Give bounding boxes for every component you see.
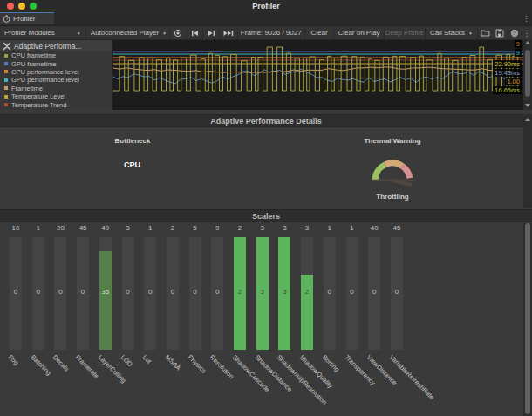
scalers-scrollbar-thumb[interactable]	[525, 223, 530, 414]
record-icon	[174, 29, 182, 38]
target-selector-label: Autoconnected Player	[91, 29, 159, 37]
scaler-name: LOD	[119, 353, 133, 368]
scaler-max-level: 45	[391, 224, 403, 232]
scaler-current-level: 0	[391, 288, 403, 296]
legend-item[interactable]: Temperature Trend	[0, 100, 112, 108]
details-header: Adaptive Performance Details	[0, 114, 532, 127]
scaler-max-level: 1	[324, 224, 336, 232]
previous-frame-button[interactable]	[188, 26, 204, 39]
legend-item[interactable]: Temperature Level	[0, 92, 112, 100]
scaler-current-level: 0	[211, 288, 223, 296]
scroll-up-icon[interactable]	[524, 116, 531, 123]
load-profile-button[interactable]	[478, 26, 493, 39]
graph-value-label: 9	[515, 49, 522, 57]
scaler-current-level: 0	[54, 288, 66, 296]
legend-color-swatch	[4, 70, 8, 73]
legend-list: CPU frametime GPU frametime CPU performa…	[0, 51, 112, 109]
scroll-down-icon[interactable]	[524, 102, 531, 109]
scaler-current-level: 35	[99, 288, 112, 296]
target-selector-dropdown[interactable]: Autoconnected Player ▼	[86, 26, 170, 39]
module-graph	[113, 40, 523, 110]
scalers-header: Scalers	[0, 209, 532, 222]
save-icon	[495, 29, 504, 38]
call-stacks-label: Call Stacks	[430, 29, 465, 37]
scaler-max-level: 2	[234, 224, 246, 232]
scaler-name: Decals	[51, 353, 72, 373]
module-title: Adaptive Performa...	[14, 42, 81, 51]
legend-item[interactable]: CPU frametime	[0, 51, 112, 59]
legend-color-swatch	[4, 62, 8, 65]
scaler-max-level: 45	[77, 224, 89, 232]
scaler-current-level: 0	[32, 288, 44, 296]
legend-label: Temperature Trend	[11, 101, 66, 109]
record-button[interactable]	[170, 26, 188, 39]
scaler-current-level: 0	[346, 288, 358, 296]
legend-color-swatch	[4, 54, 8, 58]
help-button[interactable]: ?	[507, 26, 522, 39]
bottleneck-label: Bottleneck	[93, 137, 172, 145]
scaler-current-level: 0	[144, 288, 156, 296]
titlebar: Profiler	[0, 0, 532, 12]
skip-to-last-icon	[223, 30, 234, 37]
scaler-max-level: 20	[54, 224, 66, 232]
clear-on-play-button[interactable]: Clear on Play	[334, 26, 384, 39]
chevron-down-icon: ▼	[468, 31, 473, 36]
scaler-max-level: 40	[368, 224, 380, 232]
graph-value-label: 16.65ms	[493, 86, 522, 94]
scaler-current-level: 3	[278, 288, 290, 296]
legend-label: GPU frametime	[11, 60, 57, 68]
scaler-max-level: 40	[99, 224, 112, 232]
scalers-scrollbar[interactable]	[523, 223, 532, 416]
scalers-bars: 100Fog10Batching200Decals450Framerate403…	[0, 222, 523, 416]
legend-label: CPU performance level	[11, 68, 79, 76]
legend-color-swatch	[4, 78, 8, 82]
scaler-name: MSAA	[164, 353, 182, 372]
profiler-modules-dropdown[interactable]: Profiler Modules ▼	[0, 26, 86, 39]
folder-open-icon	[481, 29, 490, 37]
scaler-max-level: 1	[144, 224, 156, 232]
scaler-current-level: 0	[324, 288, 336, 296]
deep-profile-button[interactable]: Deep Profile	[385, 26, 426, 39]
graph-value-label: 19.43ms	[493, 69, 522, 77]
call-stacks-dropdown[interactable]: Call Stacks ▼	[426, 26, 478, 39]
chevron-down-icon: ▼	[162, 31, 167, 36]
scaler-name: Physics	[186, 353, 208, 375]
module-header[interactable]: Adaptive Performa...	[0, 40, 112, 51]
skip-next-icon	[208, 30, 215, 37]
current-frame-button[interactable]	[220, 26, 238, 39]
legend-label: CPU frametime	[11, 51, 56, 59]
clear-button[interactable]: Clear	[305, 26, 335, 39]
scaler-current-level: 2	[234, 288, 246, 296]
toolbar-menu-icon[interactable]: ⋮	[522, 26, 532, 39]
bottleneck-value-badge: CPU	[99, 154, 166, 174]
legend-color-swatch	[4, 86, 8, 90]
legend-item[interactable]: GPU frametime	[0, 59, 112, 67]
scaler-max-level: 1	[32, 224, 44, 232]
profiler-modules-label: Profiler Modules	[4, 29, 55, 37]
legend-label: Frametime	[11, 85, 43, 92]
tab-menu-icon[interactable]: ⋮	[522, 13, 529, 24]
window-title: Profiler	[0, 0, 532, 12]
scaler-current-level: 0	[77, 288, 89, 296]
legend-item[interactable]: GPU performance level	[0, 76, 112, 84]
svg-text:?: ?	[513, 30, 516, 36]
chart-scrollbar[interactable]	[523, 39, 532, 110]
graph-value-label: 22.90ms	[493, 60, 522, 68]
scaler-max-level: 2	[167, 224, 179, 232]
graph-value-label: 1.00	[505, 78, 522, 85]
legend-item[interactable]: CPU performance level	[0, 68, 112, 76]
tab-profiler[interactable]: Profiler	[0, 12, 54, 24]
chart-scrollbar-thumb[interactable]	[525, 50, 530, 97]
profiler-module-area: 9922.90ms19.43ms1.0016.65ms Adaptive Per…	[0, 40, 532, 110]
details-scrollbar[interactable]	[523, 114, 532, 208]
scaler-current-level: 0	[189, 288, 201, 296]
legend-item[interactable]: Frametime	[0, 85, 112, 92]
scroll-up-icon[interactable]	[524, 39, 531, 46]
scaler-current-level: 0	[10, 288, 22, 296]
scaler-current-level: 3	[256, 288, 269, 296]
toolbar: Profiler Modules ▼ Autoconnected Player …	[0, 26, 532, 40]
save-profile-button[interactable]	[493, 26, 508, 39]
scaler-current-level: 0	[167, 288, 179, 296]
module-chart[interactable]: 9922.90ms19.43ms1.0016.65ms	[113, 40, 523, 110]
next-frame-button[interactable]	[203, 26, 220, 39]
